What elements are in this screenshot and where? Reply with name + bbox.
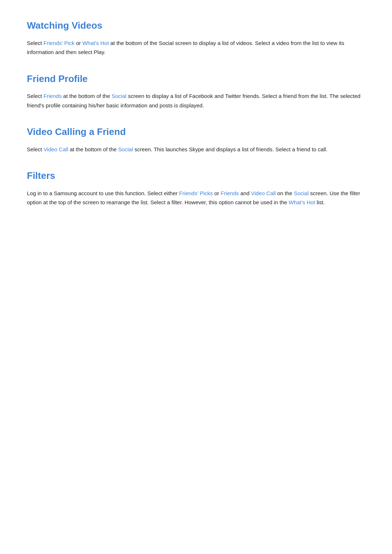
section-title-watching-videos: Watching Videos — [27, 18, 365, 33]
body-text: or — [74, 40, 82, 46]
body-text: Log in to a Samsung account to use this … — [27, 190, 179, 196]
section-body-filters: Log in to a Samsung account to use this … — [27, 189, 365, 207]
section-video-calling: Video Calling a FriendSelect Video Call … — [27, 124, 365, 154]
body-text: Select — [27, 146, 44, 152]
section-friend-profile: Friend ProfileSelect Friends at the bott… — [27, 71, 365, 110]
body-text: list. — [315, 199, 325, 205]
body-text: and — [239, 190, 251, 196]
inline-link[interactable]: What's Hot — [82, 40, 109, 46]
inline-link[interactable]: What's Hot — [289, 199, 315, 205]
body-text: Select — [27, 93, 44, 99]
body-text: at the bottom of the — [62, 93, 112, 99]
inline-link[interactable]: Video Call — [251, 190, 275, 196]
section-title-video-calling: Video Calling a Friend — [27, 124, 365, 140]
section-watching-videos: Watching VideosSelect Friends' Pick or W… — [27, 18, 365, 57]
body-text: at the bottom of the — [68, 146, 118, 152]
inline-link[interactable]: Social — [294, 190, 309, 196]
inline-link[interactable]: Social — [118, 146, 133, 152]
main-content: Watching VideosSelect Friends' Pick or W… — [27, 18, 365, 207]
inline-link[interactable]: Friends — [221, 190, 239, 196]
inline-link[interactable]: Friends — [44, 93, 62, 99]
body-text: Select — [27, 40, 44, 46]
section-filters: FiltersLog in to a Samsung account to us… — [27, 168, 365, 207]
inline-link[interactable]: Friends' Picks — [179, 190, 213, 196]
inline-link[interactable]: Friends' Pick — [44, 40, 74, 46]
section-title-friend-profile: Friend Profile — [27, 71, 365, 87]
body-text: screen. This launches Skype and displays… — [133, 146, 327, 152]
inline-link[interactable]: Video Call — [44, 146, 68, 152]
body-text: or — [213, 190, 221, 196]
body-text: on the — [276, 190, 294, 196]
inline-link[interactable]: Social — [111, 93, 126, 99]
section-body-watching-videos: Select Friends' Pick or What's Hot at th… — [27, 38, 365, 57]
section-body-video-calling: Select Video Call at the bottom of the S… — [27, 145, 365, 154]
section-title-filters: Filters — [27, 168, 365, 184]
section-body-friend-profile: Select Friends at the bottom of the Soci… — [27, 91, 365, 110]
